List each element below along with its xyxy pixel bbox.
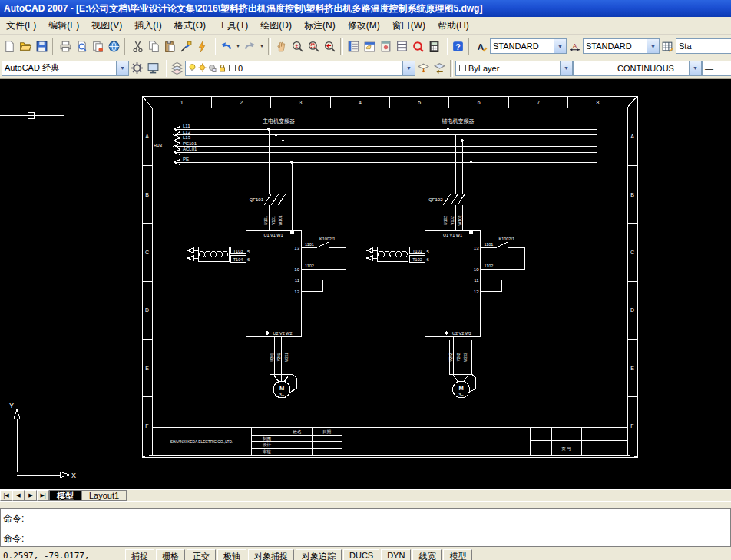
new-file-button[interactable] (2, 38, 18, 55)
redo-button[interactable] (242, 38, 258, 55)
lineweight-combo[interactable]: — ▼ (702, 61, 731, 76)
tool-palettes-button[interactable] (378, 38, 394, 55)
color-combo[interactable]: ByLayer ▼ (455, 61, 573, 76)
bulb-icon[interactable] (188, 63, 197, 73)
menu-view[interactable]: 视图(V) (85, 18, 128, 34)
sheet-set-manager-button[interactable] (394, 38, 410, 55)
pan-button[interactable] (273, 38, 289, 55)
menu-draw[interactable]: 绘图(D) (254, 18, 298, 34)
layer-previous-button[interactable] (432, 60, 448, 77)
table-style-combo[interactable]: Sta ▼ (676, 38, 731, 54)
copy-button[interactable] (146, 38, 162, 55)
section-title: 主电机变频器 (263, 118, 295, 124)
svg-text:PE: PE (183, 157, 189, 161)
make-layer-current-button[interactable] (415, 60, 432, 77)
properties-button[interactable] (346, 38, 362, 55)
communication-center-button[interactable] (106, 38, 122, 55)
chevron-down-icon[interactable]: ▼ (689, 61, 701, 75)
svg-text:2: 2 (240, 100, 243, 105)
osnap-toggle[interactable]: 对象捕捉 (248, 549, 294, 560)
chevron-down-icon[interactable]: ▼ (116, 61, 128, 75)
my-workspace-button[interactable] (145, 60, 161, 77)
workspace-combo[interactable]: AutoCAD 经典 ▼ (2, 61, 129, 76)
command-window[interactable]: 命令: 命令: (0, 509, 731, 547)
cut-button[interactable] (130, 38, 146, 55)
tab-last-button[interactable]: ▶| (37, 490, 49, 501)
command-prompt-line[interactable]: 命令: (1, 529, 730, 548)
polar-toggle[interactable]: 极轴 (217, 549, 246, 560)
zoom-realtime-icon: ± (291, 40, 304, 53)
menu-help[interactable]: 帮助(H) (432, 18, 475, 34)
layer-properties-button[interactable] (169, 60, 185, 77)
publish-button[interactable] (90, 38, 106, 55)
save-button[interactable] (34, 38, 50, 55)
dim-style-combo[interactable]: STANDARD ▼ (583, 38, 660, 54)
svg-text:E: E (145, 366, 149, 371)
bus-group-label: R03 (154, 143, 163, 147)
viewport-freeze-icon[interactable] (208, 63, 217, 73)
block-editor-button[interactable] (194, 38, 210, 55)
menu-tools[interactable]: 工具(T) (212, 18, 254, 34)
plot-button[interactable] (58, 38, 74, 55)
plot-preview-button[interactable] (74, 38, 90, 55)
redo-dropdown[interactable]: ▾ (258, 38, 266, 55)
help-button[interactable]: ? (450, 38, 466, 55)
quick-calc-button[interactable] (426, 38, 442, 55)
menu-edit[interactable]: 编辑(E) (42, 18, 85, 34)
table-style-icon (661, 40, 674, 53)
layer-combo[interactable]: 0 ▼ (185, 61, 415, 76)
frame-row-labels: A B C D E F A B C D E F (145, 134, 634, 429)
layer-name-value: 0 (238, 64, 243, 73)
menu-insert[interactable]: 插入(I) (128, 18, 167, 34)
undo-button[interactable] (218, 38, 234, 55)
svg-text:5: 5 (247, 250, 250, 254)
table-style-button[interactable] (660, 38, 676, 55)
menu-dimension[interactable]: 标注(N) (298, 18, 342, 34)
menu-window[interactable]: 窗口(W) (386, 18, 432, 34)
otrack-toggle[interactable]: 对象追踪 (296, 549, 342, 560)
chevron-down-icon[interactable]: ▼ (647, 39, 659, 53)
layers-properties-toolbar: AutoCAD 经典 ▼ 0 ▼ ByLayer ▼ CONTINUOUS ▼ (0, 58, 731, 79)
design-center-button[interactable] (362, 38, 378, 55)
chevron-down-icon[interactable]: ▼ (560, 61, 572, 75)
lock-icon[interactable] (218, 63, 227, 73)
text-style-button[interactable]: A (474, 38, 490, 55)
workspace-settings-button[interactable] (129, 60, 145, 77)
ducs-toggle[interactable]: DUCS (343, 549, 379, 560)
text-style-combo[interactable]: STANDARD ▼ (490, 38, 567, 54)
tab-layout1[interactable]: Layout1 (81, 490, 127, 501)
model-paper-toggle[interactable]: 模型 (443, 549, 472, 560)
drawing-canvas[interactable]: Y X (0, 79, 731, 489)
lineweight-toggle[interactable]: 线宽 (412, 549, 442, 560)
svg-text:±: ± (296, 42, 299, 48)
undo-dropdown[interactable]: ▾ (234, 38, 242, 55)
command-splitter[interactable] (0, 501, 731, 509)
match-properties-button[interactable] (178, 38, 194, 55)
chevron-down-icon[interactable]: ▼ (554, 39, 566, 53)
drawing-area[interactable]: Y X (0, 79, 731, 489)
linetype-combo[interactable]: CONTINUOUS ▼ (573, 61, 702, 76)
svg-text:A: A (573, 41, 577, 48)
tab-prev-button[interactable]: ◀ (12, 490, 25, 501)
hand-icon (275, 40, 288, 53)
menu-format[interactable]: 格式(O) (168, 18, 212, 34)
dim-style-button[interactable]: A (567, 38, 583, 55)
tab-model[interactable]: 模型 (49, 490, 81, 501)
snap-toggle[interactable]: 捕捉 (125, 549, 154, 560)
paste-button[interactable] (162, 38, 178, 55)
title-bar: AutoCAD 2007 - [E:\公司文档\毕业设计论文集\2016\塑料挤… (0, 0, 731, 17)
menu-file[interactable]: 文件(F) (0, 18, 42, 34)
menu-modify[interactable]: 修改(M) (342, 18, 386, 34)
dyn-toggle[interactable]: DYN (381, 549, 411, 560)
open-file-button[interactable] (18, 38, 34, 55)
markup-set-manager-button[interactable] (410, 38, 426, 55)
tab-next-button[interactable]: ▶ (25, 490, 37, 501)
grid-toggle[interactable]: 栅格 (156, 549, 185, 560)
sun-icon[interactable] (198, 63, 207, 73)
chevron-down-icon[interactable]: ▼ (402, 61, 415, 75)
zoom-previous-button[interactable] (322, 38, 338, 55)
tab-first-button[interactable]: |◀ (0, 490, 12, 501)
ortho-toggle[interactable]: 正交 (187, 549, 216, 560)
zoom-realtime-button[interactable]: ± (289, 38, 306, 55)
zoom-window-button[interactable] (306, 38, 322, 55)
